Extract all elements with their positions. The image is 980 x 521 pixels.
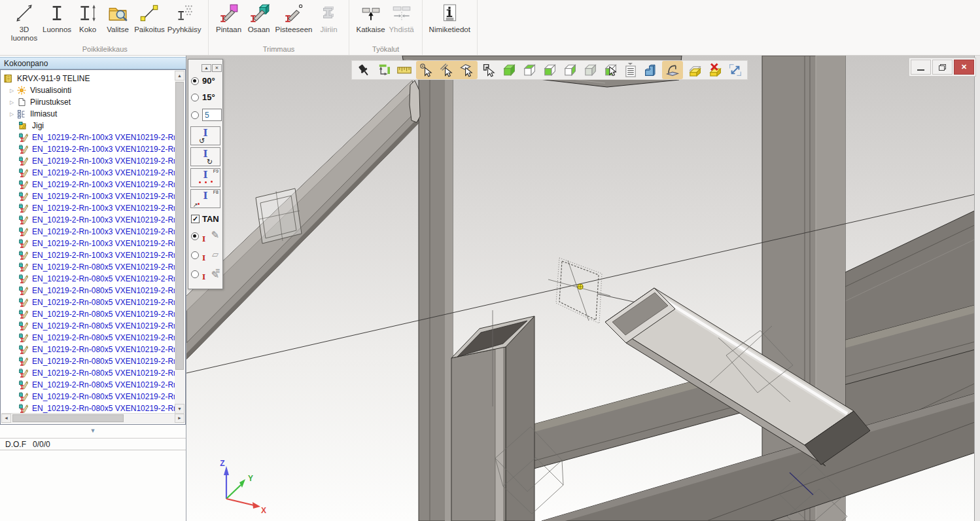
tan-checkbox[interactable]: ✓ [191,215,200,223]
ribbon-item-osaan[interactable]: Osaan [244,2,274,34]
clip-box-icon[interactable] [686,62,703,79]
scroll-down-button[interactable]: ▼ [175,404,184,414]
restore-button[interactable] [932,60,953,75]
snap-profile-icon[interactable] [481,62,498,79]
ribbon-item-valitse[interactable]: Valitse [103,2,133,34]
collapse-icon[interactable]: ▲ [201,64,211,72]
tree-item[interactable]: EN_10219-2-Rn-100x3 VXEN10219-2-Rn-1 [1,226,175,238]
tree-item[interactable]: EN_10219-2-Rn-080x5 VXEN10219-2-Rn-0 [1,344,175,355]
panel-splitter[interactable]: ▼ [0,425,186,437]
cube-solid-icon[interactable] [500,62,517,79]
close-button[interactable]: ✕ [954,60,974,75]
ribbon-item-pisteeseen[interactable]: Pisteeseen [274,2,314,34]
angle-15-option[interactable]: 15° [188,86,222,102]
angle-custom-option[interactable] [188,102,222,121]
3d-viewport[interactable]: Z Y X [186,56,980,521]
tangent-option[interactable]: ✓ TAN [188,208,222,224]
expander-icon[interactable]: ▷ [10,88,17,94]
scroll-up-button[interactable]: ▲ [175,71,184,81]
tree-item[interactable]: EN_10219-2-Rn-100x3 VXEN10219-2-Rn-1 [1,190,175,202]
radio-custom[interactable] [191,111,199,119]
ribbon-item-luonnos[interactable]: Luonnos [41,2,73,34]
close-icon[interactable]: ✕ [212,64,222,72]
part-list-icon[interactable] [622,62,639,79]
radio-mode-beam[interactable] [191,232,199,240]
horizontal-scroll-thumb[interactable] [12,414,124,422]
cube-pick-icon[interactable] [602,62,619,79]
tree-item[interactable]: EN_10219-2-Rn-080x5 VXEN10219-2-Rn-0 [1,261,175,273]
tree-vertical-scrollbar[interactable]: ▲ ▼ [175,71,184,414]
tree-item[interactable]: EN_10219-2-Rn-080x5 VXEN10219-2-Rn-0 [1,391,175,403]
ribbon-item-3d-luonnos[interactable]: 3D luonnos [7,2,41,43]
tree-item[interactable]: ▷Ilmiasut [1,108,175,120]
tree-item[interactable]: EN_10219-2-Rn-080x5 VXEN10219-2-Rn-0 [1,296,175,308]
tree-item[interactable]: EN_10219-2-Rn-080x5 VXEN10219-2-Rn-0 [1,367,175,379]
tree-item[interactable]: EN_10219-2-Rn-080x5 VXEN10219-2-Rn-0 [1,273,175,285]
tree-item[interactable]: EN_10219-2-Rn-100x3 VXEN10219-2-Rn-1 [1,143,175,155]
cross-section-sketch[interactable] [256,189,302,243]
ribbon-item-jiiriin[interactable]: Jiiriin [313,2,343,34]
tree-item[interactable]: Jigi [1,120,175,132]
scroll-right-button[interactable]: ► [175,414,184,423]
tree-item[interactable]: EN_10219-2-Rn-100x3 VXEN10219-2-Rn-1 [1,202,175,214]
expander-icon[interactable]: ▷ [10,111,17,117]
flip-f9-button[interactable]: F9 I [190,168,220,187]
tree-item[interactable]: EN_10219-2-Rn-080x5 VXEN10219-2-Rn-0 [1,379,175,391]
rotate-cw-button[interactable]: I ↻ [190,147,220,166]
tree-item[interactable]: EN_10219-2-Rn-080x5 VXEN10219-2-Rn-0 [1,355,175,367]
radio-15[interactable] [191,94,199,101]
snap-face-icon[interactable] [459,62,476,79]
tree-item[interactable]: EN_10219-2-Rn-100x3 VXEN10219-2-Rn-1 [1,155,175,167]
ribbon-item-paikoitus[interactable]: Paikoitus [133,2,166,34]
ribbon-item-pyyhkaisy[interactable]: Pyyhkäisy [166,2,203,34]
column-center[interactable] [419,65,453,521]
expander-icon[interactable]: ▷ [10,99,17,105]
tree-item[interactable]: EN_10219-2-Rn-080x5 VXEN10219-2-Rn-0 [1,308,175,320]
cube-top-icon[interactable] [521,62,538,79]
tree-item[interactable]: EN_10219-2-Rn-100x3 VXEN10219-2-Rn-1 [1,214,175,226]
ribbon-item-katkaise[interactable]: Katkaise [355,2,386,34]
channel-tube[interactable] [451,316,534,521]
tree-item[interactable]: EN_10219-2-Rn-080x5 VXEN10219-2-Rn-0 [1,403,175,414]
scroll-left-button[interactable]: ◄ [1,414,11,423]
tree-item[interactable]: EN_10219-2-Rn-100x3 VXEN10219-2-Rn-1 [1,238,175,249]
mode-beam-surface-option[interactable]: ▱I [188,243,222,262]
vertical-scroll-thumb[interactable] [175,82,184,370]
snap-line-icon[interactable] [438,62,455,79]
custom-angle-input[interactable] [202,109,222,121]
mode-beam-multi-option[interactable]: ≡✎I [188,262,222,281]
tree-item[interactable]: EN_10219-2-Rn-100x3 VXEN10219-2-Rn-1 [1,249,175,261]
pin-icon[interactable] [355,62,372,79]
extrude-icon[interactable] [642,62,659,79]
tree-item[interactable]: EN_10219-2-Rn-100x3 VXEN10219-2-Rn-1 [1,167,175,179]
ruler-icon[interactable] [396,62,413,79]
bend-plane-icon[interactable] [664,62,681,79]
minimize-button[interactable] [911,60,931,75]
ribbon-item-nimiketiedot[interactable]: Nimiketiedot [428,2,472,34]
tree-item[interactable]: EN_10219-2-Rn-080x5 VXEN10219-2-Rn-0 [1,320,175,332]
tree-item[interactable]: EN_10219-2-Rn-080x5 VXEN10219-2-Rn-0 [1,285,175,296]
tree-item[interactable]: EN_10219-2-Rn-100x3 VXEN10219-2-Rn-1 [1,179,175,190]
radio-90[interactable] [191,77,199,85]
tree-item[interactable]: EN_10219-2-Rn-100x3 VXEN10219-2-Rn-1 [1,132,175,143]
flip-f8-button[interactable]: F8 I ↗ [190,189,220,208]
rotate-ccw-button[interactable]: I ↺ [190,126,220,145]
tree-item[interactable]: KRVX-911-9 TELINE [1,73,175,84]
active-point[interactable] [578,284,583,289]
mode-beam-option[interactable]: ✎I [188,224,222,243]
ribbon-item-koko[interactable]: Koko [73,2,103,34]
ribbon-item-yhdista[interactable]: Yhdistä [387,2,417,34]
ribbon-item-pintaan[interactable]: Pintaan [214,2,244,34]
clip-box-delete-icon[interactable] [707,62,724,79]
expand-view-icon[interactable] [727,62,744,79]
radio-mode-multi[interactable] [191,270,199,278]
tree-item[interactable]: ▷Piirustukset [1,96,175,108]
cube-shaded-icon[interactable] [582,62,599,79]
move-measure-icon[interactable] [376,62,393,79]
cube-front-icon[interactable] [561,62,578,79]
tree-horizontal-scrollbar[interactable]: ◄ ► [1,413,184,423]
radio-mode-surface[interactable] [191,251,199,259]
snap-point-icon[interactable] [418,62,435,79]
tree-item[interactable]: EN_10219-2-Rn-080x5 VXEN10219-2-Rn-0 [1,332,175,344]
3d-viewport-scene[interactable]: Z Y X [186,56,980,521]
